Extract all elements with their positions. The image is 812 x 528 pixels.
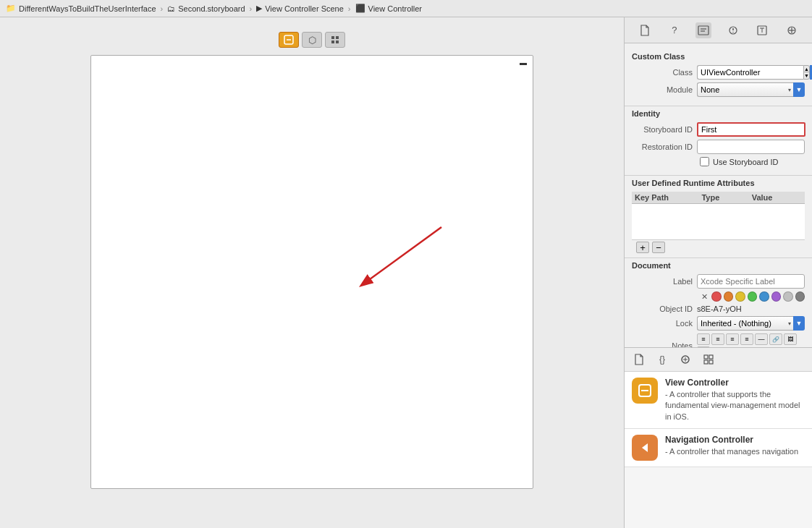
storyboard-id-row: Storyboard ID [632, 122, 805, 137]
bp-icon-code[interactable]: {} [654, 351, 671, 368]
class-input[interactable] [697, 65, 803, 80]
svg-rect-8 [698, 26, 709, 35]
class-field-row: Class ▲ ▼ ▼ [632, 65, 805, 80]
notes-align-left[interactable]: ≡ [697, 333, 710, 345]
notes-align-justify[interactable]: ≡ [740, 333, 753, 345]
add-attribute-btn[interactable]: + [636, 242, 649, 253]
vc-icon-breadcrumb: ⬛ [355, 4, 365, 13]
notes-align-center[interactable]: ≡ [711, 333, 724, 345]
breadcrumb-sep-3: › [348, 4, 351, 13]
grid-canvas-btn[interactable] [325, 32, 345, 48]
canvas-toolbar: ⬡ [14, 32, 609, 48]
vc-list-icon-vc [632, 378, 658, 404]
bp-icon-file[interactable] [630, 351, 648, 368]
lock-label: Lock [632, 319, 697, 328]
bottom-panel-icons: {} [625, 348, 812, 372]
doc-label-input[interactable] [697, 274, 805, 289]
notes-image[interactable]: 🖼 [784, 333, 797, 345]
panel-icon-conn[interactable] [784, 22, 800, 38]
color-dot-yellow[interactable] [735, 291, 745, 302]
vc-list-desc-nav: - A controller that manages navigation [665, 446, 805, 457]
module-dropdown[interactable]: None ▾ [697, 82, 793, 97]
module-value: None [701, 85, 719, 94]
class-stepper-up[interactable]: ▲ [804, 66, 809, 72]
lock-dropdown-arrow: ▾ [788, 320, 791, 327]
class-stepper-down[interactable]: ▼ [804, 72, 809, 79]
lock-value: Inherited - (Nothing) [701, 319, 771, 328]
panel-icon-size[interactable] [754, 22, 770, 38]
notes-toolbar: ≡ ≡ ≡ ≡ — 🔗 🖼 ··· [697, 333, 805, 347]
svg-rect-24 [709, 355, 713, 359]
module-dropdown-arrow: ▾ [788, 87, 791, 93]
breadcrumb-item-scene[interactable]: View Controller Scene [265, 4, 344, 13]
notes-align-right[interactable]: ≡ [726, 333, 739, 345]
lock-dropdown-btn[interactable]: ▼ [793, 316, 805, 331]
user-defined-table-header: Key Path Type Value [632, 192, 805, 204]
color-dot-red[interactable] [711, 291, 721, 302]
svg-rect-3 [336, 36, 339, 39]
lock-dropdown[interactable]: Inherited - (Nothing) ▾ [697, 316, 793, 331]
object-id-label: Object ID [632, 305, 697, 313]
lock-input-group: Inherited - (Nothing) ▾ ▼ [697, 316, 805, 331]
panel-icon-file[interactable] [637, 22, 653, 38]
identity-section: Identity Storyboard ID Restoration ID Us… [625, 106, 812, 176]
color-dot-purple[interactable] [771, 291, 781, 302]
identity-canvas-btn[interactable] [279, 32, 299, 48]
svg-rect-2 [331, 36, 334, 39]
color-dot-gray[interactable] [783, 291, 792, 302]
panel-icon-identity[interactable] [695, 22, 711, 38]
notes-dash[interactable]: — [755, 333, 768, 345]
lock-row: Lock Inherited - (Nothing) ▾ ▼ [632, 316, 805, 331]
storyboard-canvas-frame: ▬ [90, 55, 533, 489]
notes-label: Notes [632, 341, 697, 347]
scene-icon: ▶ [256, 4, 262, 13]
color-dot-blue[interactable] [759, 291, 769, 302]
panel-icon-attr[interactable] [725, 22, 741, 38]
color-clear-btn[interactable]: ✕ [700, 292, 709, 302]
breadcrumb-bar: 📁 DifferentWaysToBuildTheUserInterface ›… [0, 0, 812, 17]
document-section: Document Label ✕ [625, 258, 812, 347]
panel-icon-help[interactable]: ? [667, 22, 682, 38]
vc-list-title-vc: View Controller [665, 378, 805, 388]
vc-list-text-nav: Navigation Controller - A controller tha… [665, 435, 805, 461]
class-stepper[interactable]: ▲ ▼ [803, 65, 810, 80]
svg-marker-29 [642, 443, 648, 452]
module-dropdown-btn[interactable]: ▼ [793, 82, 805, 97]
add-remove-row: + − [632, 240, 805, 255]
bp-icon-grid[interactable] [700, 351, 717, 368]
vc-list-title-nav: Navigation Controller [665, 435, 805, 445]
notes-link[interactable]: 🔗 [769, 333, 782, 345]
object-id-value: s8E-A7-yOH [697, 305, 805, 313]
storyboard-id-input[interactable] [697, 122, 805, 137]
vc-list-item-vc[interactable]: View Controller - A controller that supp… [625, 372, 812, 429]
color-dot-darkgray[interactable] [795, 291, 805, 302]
vc-list-item-nav[interactable]: Navigation Controller - A controller tha… [625, 429, 812, 467]
user-defined-table-body [632, 204, 805, 240]
module-label: Module [632, 85, 697, 94]
bp-icon-circle[interactable] [677, 351, 694, 368]
breadcrumb-item-project[interactable]: DifferentWaysToBuildTheUserInterface [19, 4, 156, 13]
color-dot-green[interactable] [748, 291, 757, 302]
panel-content: Custom Class Class ▲ ▼ ▼ Module [625, 43, 812, 347]
3d-canvas-btn[interactable]: ⬡ [302, 32, 322, 48]
svg-rect-5 [336, 41, 339, 43]
device-status-bar: ▬ [520, 59, 527, 67]
module-field-row: Module None ▾ ▼ [632, 82, 805, 97]
canvas-area: ⬡ ▬ [0, 17, 624, 528]
breadcrumb-item-storyboard[interactable]: Second.storyboard [178, 4, 245, 13]
color-dot-orange[interactable] [724, 291, 733, 302]
storyboard-icon: 🗂 [167, 4, 175, 13]
svg-point-13 [732, 31, 733, 32]
identity-title: Identity [632, 109, 805, 118]
doc-label-label: Label [632, 277, 697, 286]
custom-class-section: Custom Class Class ▲ ▼ ▼ Module [625, 49, 812, 106]
breadcrumb-sep-1: › [161, 4, 164, 13]
vc-list-desc-vc: - A controller that supports the fundame… [665, 389, 805, 422]
restoration-id-input[interactable] [697, 140, 805, 154]
use-storyboard-id-checkbox[interactable] [700, 157, 709, 166]
col-type: Type [701, 193, 751, 202]
vc-list-text-vc: View Controller - A controller that supp… [665, 378, 805, 422]
svg-rect-4 [331, 41, 334, 43]
breadcrumb-item-vc[interactable]: View Controller [368, 4, 422, 13]
remove-attribute-btn[interactable]: − [652, 242, 665, 253]
